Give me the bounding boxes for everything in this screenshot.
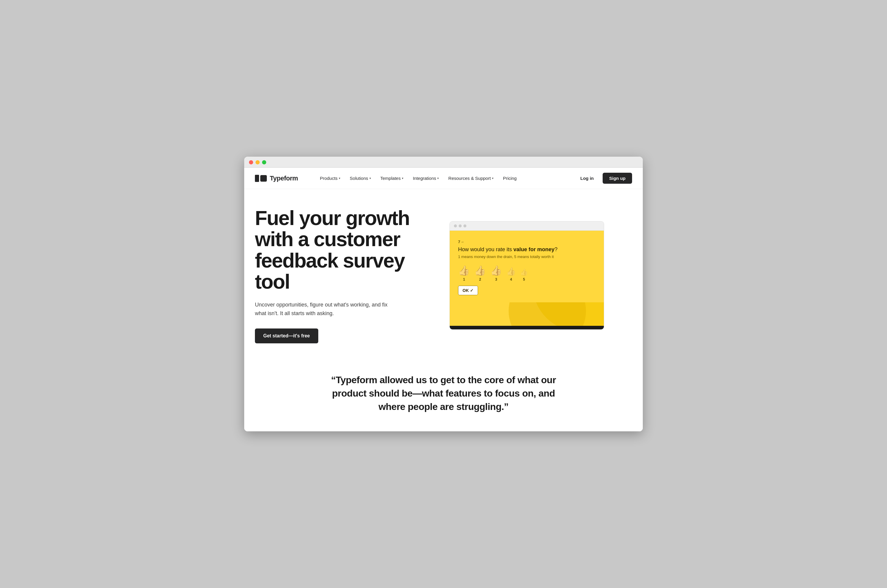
survey-card: 7→ How would you rate its value for mone… [450, 231, 604, 302]
thumb-label-2: 2 [479, 278, 481, 282]
chevron-down-icon: ▾ [339, 177, 340, 180]
thumb-item-2[interactable]: 👍 2 [474, 265, 486, 282]
nav-item-integrations[interactable]: Integrations ▾ [409, 173, 443, 183]
mockup-dot-1 [454, 225, 457, 227]
mockup-dot-2 [459, 225, 462, 227]
quote-section: “Typeform allowed us to get to the core … [244, 356, 643, 431]
nav-actions: Log in Sign up [575, 173, 632, 184]
logo-text: Typeform [270, 174, 298, 182]
question-hint: 1 means money down the drain, 5 means to… [458, 255, 595, 259]
nav-item-resources[interactable]: Resources & Support ▾ [444, 173, 498, 183]
page-content: Typeform Products ▾ Solutions ▾ Template… [244, 168, 643, 431]
nav-label-solutions: Solutions [350, 176, 368, 181]
browser-window: Typeform Products ▾ Solutions ▾ Template… [244, 157, 643, 431]
thumb-label-1: 1 [463, 278, 465, 282]
chevron-down-icon: ▾ [370, 177, 371, 180]
navbar: Typeform Products ▾ Solutions ▾ Template… [244, 168, 643, 189]
question-prefix: How would you rate its [458, 246, 513, 252]
logo-block-right [260, 175, 267, 182]
hero-section: Fuel your growth with a customer feedbac… [244, 189, 643, 356]
mockup-bottom-bar [450, 326, 604, 329]
thumb-icon-1: 👍 [458, 265, 470, 276]
hero-right: 7→ How would you rate its value for mone… [421, 221, 632, 330]
question-suffix: ? [555, 246, 558, 252]
nav-item-pricing[interactable]: Pricing [499, 173, 521, 183]
mockup-body: 7→ How would you rate its value for mone… [450, 231, 604, 326]
ok-button[interactable]: OK ✓ [458, 286, 478, 295]
hero-heading: Fuel your growth with a customer feedbac… [255, 207, 410, 292]
minimize-button-icon[interactable] [256, 160, 260, 164]
nav-item-solutions[interactable]: Solutions ▾ [346, 173, 375, 183]
logo-link[interactable]: Typeform [255, 174, 298, 182]
thumb-icon-3: 👍 [490, 265, 502, 276]
chevron-down-icon: ▾ [402, 177, 403, 180]
thumb-icon-4: 👍 [506, 267, 516, 276]
quote-text: “Typeform allowed us to get to the core … [325, 374, 562, 413]
chevron-down-icon: ▾ [437, 177, 439, 180]
mockup-dot-3 [463, 225, 466, 227]
hero-left: Fuel your growth with a customer feedbac… [255, 207, 421, 344]
mockup-chrome [450, 222, 604, 231]
nav-label-resources: Resources & Support [448, 176, 491, 181]
question-number: 7→ [458, 240, 595, 244]
thumb-icon-5: 👍 [520, 268, 528, 276]
hero-subtext: Uncover opportunities, figure out what's… [255, 300, 398, 318]
nav-label-integrations: Integrations [413, 176, 436, 181]
thumb-item-5[interactable]: 👍 5 [520, 268, 528, 282]
nav-links: Products ▾ Solutions ▾ Templates ▾ Integ… [316, 173, 575, 183]
thumb-icon-2: 👍 [474, 265, 486, 276]
thumb-label-4: 4 [510, 278, 512, 282]
traffic-lights [249, 160, 638, 164]
thumb-label-3: 3 [495, 278, 497, 282]
close-button-icon[interactable] [249, 160, 253, 164]
chevron-down-icon: ▾ [492, 177, 493, 180]
browser-chrome [244, 157, 643, 168]
thumbs-row: 👍 1 👍 2 👍 3 [458, 265, 595, 282]
question-bold: value for money [513, 246, 555, 252]
thumb-item-4[interactable]: 👍 4 [506, 267, 516, 282]
nav-label-pricing: Pricing [503, 176, 517, 181]
signup-button[interactable]: Sign up [603, 173, 632, 184]
cta-button[interactable]: Get started—it's free [255, 328, 318, 344]
logo-block-left [255, 175, 259, 182]
maximize-button-icon[interactable] [262, 160, 266, 164]
thumb-label-5: 5 [523, 278, 525, 282]
thumb-item-1[interactable]: 👍 1 [458, 265, 470, 282]
login-button[interactable]: Log in [575, 173, 599, 184]
nav-item-templates[interactable]: Templates ▾ [376, 173, 407, 183]
logo-icon [255, 175, 267, 182]
nav-label-products: Products [320, 176, 338, 181]
thumb-item-3[interactable]: 👍 3 [490, 265, 502, 282]
nav-item-products[interactable]: Products ▾ [316, 173, 344, 183]
question-text: How would you rate its value for money? [458, 246, 595, 253]
nav-label-templates: Templates [380, 176, 401, 181]
survey-mockup: 7→ How would you rate its value for mone… [450, 221, 604, 330]
